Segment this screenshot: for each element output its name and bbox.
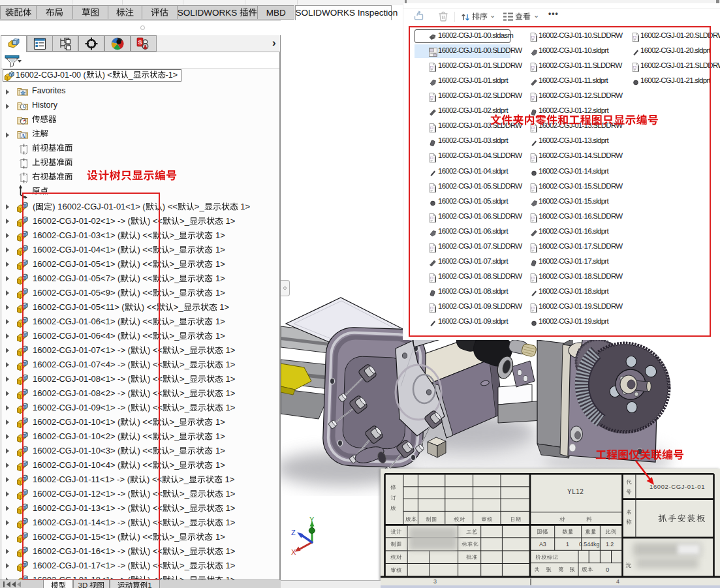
svg-text:Z: Z <box>291 529 296 536</box>
svg-text:Y: Y <box>309 516 315 523</box>
svg-text:X: X <box>291 548 296 556</box>
svg-text:S: S <box>138 39 142 46</box>
svg-text:A: A <box>21 132 25 139</box>
